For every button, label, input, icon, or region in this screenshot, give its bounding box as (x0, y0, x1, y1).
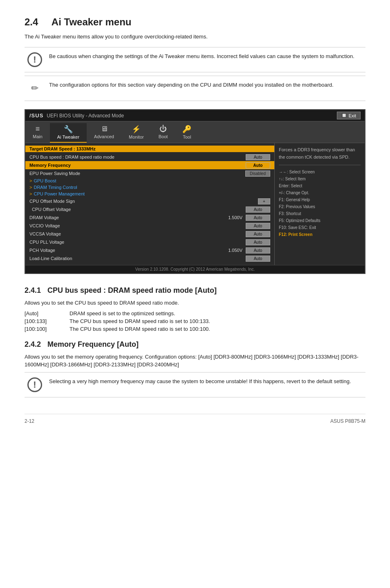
main-icon: ≡ (36, 125, 40, 133)
bios-row-cpu-offset-voltage[interactable]: CPU Offset Voltage Auto (25, 205, 274, 213)
list-item: [100:100] The CPU bus speed to DRAM spee… (25, 326, 365, 332)
bios-help-panel: Forces a DDR3 frequency slower than the … (275, 143, 365, 265)
epu-power-label: EPU Power Saving Mode (29, 171, 245, 176)
submenu-arrow-cpu-power: > (29, 191, 32, 196)
bios-settings-panel: Target DRAM Speed : 1333MHz CPU Bus spee… (25, 143, 275, 265)
key-enter: Enter: Select (279, 182, 361, 189)
key-f5: F5: Optimized Defaults (279, 217, 361, 224)
bios-titlebar: /SUS UEFI BIOS Utility - Advanced Mode 🔲… (25, 110, 365, 121)
bios-title: UEFI BIOS Utility - Advanced Mode (47, 113, 124, 119)
load-line-value[interactable]: Auto (246, 256, 270, 262)
epu-power-value[interactable]: Disabled (245, 171, 270, 177)
cpu-pll-voltage-value[interactable]: Auto (246, 239, 270, 245)
pch-voltage-text: 1.050V (228, 248, 242, 253)
cpu-offset-voltage-label: CPU Offset Voltage (29, 207, 246, 212)
subsection-241-title: 2.4.1 CPU bus speed : DRAM speed ratio m… (25, 286, 365, 295)
key-f1: F1: General Help (279, 196, 361, 203)
bios-footer: Version 2.10.1208. Copyright (C) 2012 Am… (25, 265, 365, 273)
notice-warning-2: ! Selecting a very high memory frequency… (25, 372, 365, 397)
cpu-offset-sign-label: CPU Offset Mode Sign (29, 199, 258, 204)
load-line-label: Load-Line Calibration (29, 256, 246, 261)
key-change-opt: +/-: Change Opt. (279, 189, 361, 196)
cpu-power-label: CPU Power Management (34, 191, 85, 196)
cpu-offset-voltage-value[interactable]: Auto (246, 206, 270, 213)
subsection-242-desc: Allows you to set the memory operating f… (25, 353, 365, 369)
bios-row-gpu-boost[interactable]: > GPU Boost (25, 177, 274, 184)
notice-text-2: The configuration options for this secti… (45, 81, 338, 89)
nav-advanced-label: Advanced (94, 134, 114, 139)
footer-page-num: 2-12 (25, 418, 34, 424)
notice-text-3: Selecting a very high memory frequency m… (45, 377, 355, 386)
nav-tool-label: Tool (183, 135, 191, 139)
bios-brand: /SUS UEFI BIOS Utility - Advanced Mode (29, 112, 124, 119)
bios-row-load-line[interactable]: Load-Line Calibration Auto (25, 254, 274, 263)
nav-boot[interactable]: ⏻ Boot (151, 123, 175, 143)
bios-row-cpu-offset-sign[interactable]: CPU Offset Mode Sign + (25, 197, 274, 205)
vccio-voltage-value[interactable]: Auto (246, 223, 270, 229)
bios-row-vccsa-voltage[interactable]: VCCSA Voltage Auto (25, 230, 274, 238)
list-item: [Auto] DRAM speed is set to the optimize… (25, 310, 365, 316)
key-f3: F3: Shortcut (279, 210, 361, 217)
exit-icon: 🔲 (341, 113, 347, 118)
nav-main[interactable]: ≡ Main (25, 123, 50, 143)
warning-icon-2: ! (27, 377, 42, 392)
bios-row-memory-freq[interactable]: Memory Frequency Auto (25, 161, 274, 169)
memory-freq-value[interactable]: Auto (246, 162, 270, 168)
vccsa-voltage-value[interactable]: Auto (246, 231, 270, 237)
dram-voltage-text: 1.500V (228, 215, 242, 220)
key-f10-esc: F10: Save ESC: Exit (279, 224, 361, 231)
bios-key-guide: →←: Select Screen ↑↓: Select Item Enter:… (279, 168, 361, 238)
bios-row-cpu-power[interactable]: > CPU Power Management (25, 191, 274, 197)
subsection-241: 2.4.1 CPU bus speed : DRAM speed ratio m… (25, 286, 365, 332)
subsection-241-items: [Auto] DRAM speed is set to the optimize… (25, 310, 365, 332)
key-select-item: ↑↓: Select Item (279, 175, 361, 182)
subsection-242-title: 2.4.2 Memory Frequency [Auto] (25, 340, 365, 349)
nav-boot-label: Boot (159, 134, 168, 139)
help-divider (279, 165, 361, 165)
dram-timing-label: DRAM Timing Control (34, 185, 77, 190)
bios-body: Target DRAM Speed : 1333MHz CPU Bus spee… (25, 143, 365, 265)
tool-icon: 🔑 (182, 125, 191, 134)
cpu-bus-speed-value[interactable]: Auto (246, 154, 270, 160)
bios-row-pch-voltage[interactable]: PCH Voltage 1.050V Auto (25, 246, 274, 254)
ai-tweaker-icon: 🔧 (64, 125, 73, 134)
bios-exit-button[interactable]: 🔲 Exit (337, 112, 361, 119)
bios-row-vccio-voltage[interactable]: VCCIO Voltage Auto (25, 222, 274, 230)
nav-main-label: Main (33, 134, 43, 139)
bios-section-header: Target DRAM Speed : 1333MHz (25, 146, 274, 152)
bios-row-cpu-bus-speed[interactable]: CPU Bus speed : DRAM speed ratio mode Au… (25, 153, 274, 161)
bios-row-dram-voltage[interactable]: DRAM Voltage 1.500V Auto (25, 213, 274, 222)
boot-icon: ⏻ (159, 125, 167, 133)
cpu-pll-voltage-label: CPU PLL Voltage (29, 240, 246, 245)
nav-monitor-label: Monitor (129, 135, 144, 139)
monitor-icon: ⚡ (132, 125, 141, 134)
subsection-242: 2.4.2 Memory Frequency [Auto] Allows you… (25, 340, 365, 397)
pch-voltage-value[interactable]: Auto (246, 247, 270, 254)
bios-row-epu-power[interactable]: EPU Power Saving Mode Disabled (25, 169, 274, 177)
dram-voltage-value[interactable]: Auto (246, 215, 270, 221)
key-f12: F12: Print Screen (279, 231, 361, 238)
bios-help-text: Forces a DDR3 frequency slower than the … (279, 146, 361, 161)
bios-row-cpu-pll-voltage[interactable]: CPU PLL Voltage Auto (25, 238, 274, 246)
subsection-241-desc: Allows you to set the CPU bus speed to D… (25, 299, 365, 307)
key-f2: F2: Previous Values (279, 203, 361, 210)
nav-tool[interactable]: 🔑 Tool (175, 123, 199, 143)
nav-advanced[interactable]: 🖥 Advanced (87, 123, 121, 143)
nav-ai-tweaker[interactable]: 🔧 Ai Tweaker (50, 123, 87, 143)
nav-monitor[interactable]: ⚡ Monitor (121, 123, 151, 143)
list-item: [100:133] The CPU bus speed to DRAM spee… (25, 318, 365, 324)
notice-info-1: ✏ The configuration options for this sec… (25, 76, 365, 101)
notice-warning-1: ! Be cautious when changing the settings… (25, 47, 365, 72)
advanced-icon: 🖥 (101, 125, 108, 133)
notice-text-1: Be cautious when changing the settings o… (45, 52, 359, 61)
cpu-offset-sign-value[interactable]: + (258, 198, 270, 204)
memory-freq-label: Memory Frequency (29, 163, 246, 168)
bios-brand-name: /SUS (29, 112, 43, 119)
pch-voltage-label: PCH Voltage (29, 248, 228, 253)
footer-product: ASUS P8B75-M (330, 418, 365, 424)
nav-ai-tweaker-label: Ai Tweaker (57, 135, 79, 139)
bios-row-dram-timing[interactable]: > DRAM Timing Control (25, 184, 274, 191)
submenu-arrow-gpu: > (29, 178, 32, 183)
bios-nav: ≡ Main 🔧 Ai Tweaker 🖥 Advanced ⚡ Monitor… (25, 121, 365, 143)
dram-voltage-label: DRAM Voltage (29, 215, 228, 220)
